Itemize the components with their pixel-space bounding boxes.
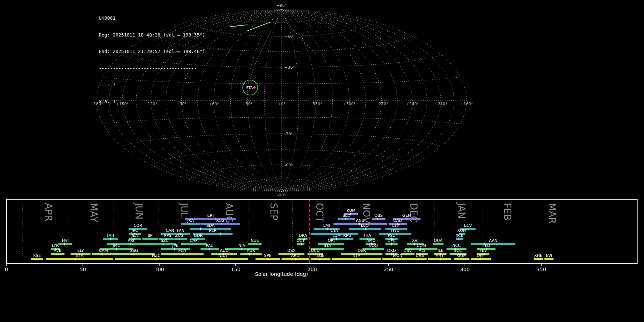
shower-label-NZC: NZC [152, 253, 161, 258]
shower-peak-NDA [220, 258, 223, 260]
shower-label-THA: THA [363, 233, 371, 238]
sta-radiant-label: STA [246, 86, 253, 90]
shower-peak-GEM [405, 218, 408, 220]
shower-label-DSX: DSX [287, 248, 296, 253]
shower-peak-XVI [413, 243, 416, 245]
shower-peak-EGE [318, 258, 321, 260]
lon-label: +330° [309, 102, 322, 106]
shower-peak-JXA [189, 223, 191, 225]
shower-bar-ETA [46, 258, 113, 260]
shower-peak-KSE [35, 258, 38, 260]
shower-peak-PCA [181, 253, 184, 255]
shower-label-AUD: AUD [220, 248, 229, 253]
shower-label-TAH: TAH [106, 233, 114, 238]
shower-label-AVB: AVB [54, 248, 62, 253]
shower-label-JPE: JPE [172, 243, 179, 248]
shower-label-URS: URS [416, 253, 424, 258]
month-label-JUN: JUN [133, 202, 144, 219]
shower-peak-OCT [300, 243, 303, 245]
month-label-JUL: JUL [179, 202, 189, 218]
shower-label-ARD: ARD [291, 253, 299, 258]
shower-label-PCA: PCA [178, 248, 186, 253]
shower-label-DPC: DPC [387, 238, 396, 243]
month-label-SEP: SEP [268, 203, 279, 220]
lon-label: +30° [242, 102, 253, 106]
shower-label-KCG: KCG [216, 218, 225, 223]
shower-peak-IIP [149, 238, 152, 240]
shower-peak-DKD [390, 253, 393, 255]
shower-label-SDA: SDA [206, 223, 215, 228]
shower-label-ERI: ERI [207, 213, 214, 218]
shower-label-OCU: OCU [311, 248, 319, 253]
lat-label: -30° [284, 132, 293, 136]
shower-peak-SSG [132, 253, 135, 255]
shower-label-LUM: LUM [332, 233, 341, 238]
shower-peak-MON [396, 258, 399, 260]
shower-peak-HVI [63, 243, 66, 245]
meteor-marker [260, 66, 262, 68]
shower-label-STA: STA [324, 243, 331, 248]
lat-label: -90° [277, 193, 286, 197]
shower-label-ECV: ECV [464, 223, 472, 228]
shower-label-HYD: HYD [391, 228, 399, 233]
shower-label-ILE: ILE [438, 248, 443, 253]
shower-label-IIP: IIP [148, 233, 152, 238]
shower-peak-GDR [197, 238, 200, 240]
shower-label-LEO: LEO [361, 223, 369, 228]
month-label-MAY: MAY [88, 203, 99, 222]
shower-peak-NIA [240, 248, 243, 250]
month-label-APR: APR [43, 203, 54, 221]
shower-peak-XHE [537, 258, 540, 260]
lat-label: +60° [284, 34, 295, 39]
lon-label: +270° [375, 102, 388, 106]
shower-label-EVI: EVI [546, 253, 552, 258]
shower-peak-NOO [372, 248, 375, 250]
month-label-AUG: AUG [224, 203, 234, 223]
shower-bar-AUR [240, 253, 262, 255]
shower-peak-ETA [74, 258, 77, 260]
shower-peak-JPE [173, 248, 176, 250]
shower-label-COM: COM [417, 243, 426, 248]
shower-label-PAU: PAU [206, 243, 214, 248]
shower-peak-AVB [55, 253, 58, 255]
shower-label-AUR: AUR [247, 248, 255, 253]
x-tick-label: 50 [80, 267, 86, 272]
lat-label: +90° [277, 3, 287, 8]
shower-label-ORI: ORI [328, 238, 335, 243]
shower-label-SPE: SPE [264, 253, 272, 258]
x-tick-label: 150 [231, 267, 240, 272]
shower-label-SCC: SCC [454, 248, 462, 253]
shower-peak-ARI [129, 243, 132, 245]
shower-peak-SZC [162, 243, 165, 245]
shower-label-ZCS: ZCS [175, 233, 183, 238]
shower-peak-RPU [346, 238, 349, 240]
meteor-trail [247, 22, 271, 31]
shower-peak-NUE [253, 243, 255, 245]
sta-count: STA: 1 [99, 99, 205, 104]
month-label-FEB: FEB [502, 203, 513, 220]
shower-label-RPU: RPU [343, 233, 351, 238]
x-tick-label: 300 [460, 267, 470, 272]
shower-peak-GUM [460, 258, 463, 260]
shower-peak-ZCS [178, 238, 181, 240]
shower-label-EGE: EGE [317, 253, 325, 258]
separator-line: ----------------------------------- [99, 65, 205, 71]
shower-label-CTA: CTA [331, 228, 338, 233]
x-tick-label: 350 [537, 267, 546, 272]
shower-label-JEA: JEA [131, 233, 138, 238]
shower-peak-QUA [438, 243, 440, 245]
shower-label-QUA: QUA [434, 238, 443, 243]
shower-label-GDR: GDR [194, 233, 203, 238]
lat-label: -60° [284, 163, 293, 167]
graticule-meridian [282, 10, 382, 191]
shower-label-CAN: CAN [166, 228, 174, 233]
shower-label-DSV: DSV [404, 248, 412, 253]
radiant-map-and-activity-chart: +180°+150°+120°+90°+60°+30°+0°+330°+300°… [0, 0, 644, 322]
shower-peak-PER [219, 233, 222, 235]
shower-label-NOO: NOO [369, 243, 378, 248]
shower-label-OHY: OHY [477, 253, 485, 258]
shower-bar-ORI [318, 243, 344, 245]
lat-label: +30° [284, 65, 295, 70]
shower-label-GUM: GUM [457, 253, 467, 258]
shower-label-XVI: XVI [412, 238, 418, 243]
